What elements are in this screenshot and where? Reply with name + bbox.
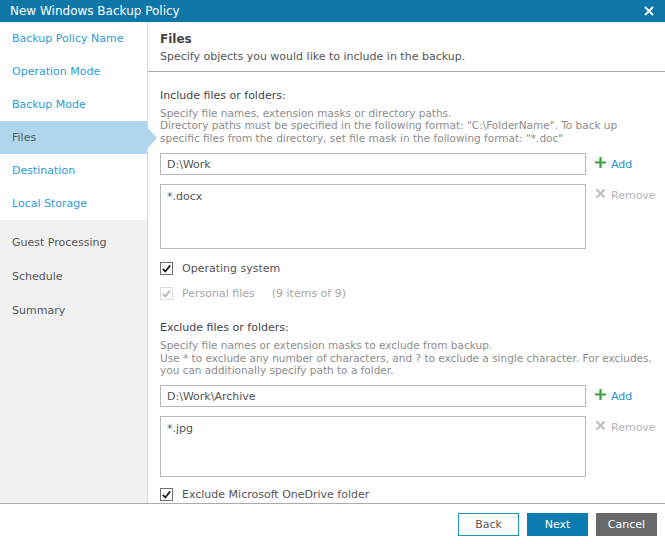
page-subtitle: Specify objects you would like to includ… [160, 50, 659, 63]
exclude-list[interactable]: *.jpg [160, 416, 586, 477]
files-step-content: Files Specify objects you would like to … [148, 22, 665, 503]
plus-icon [595, 389, 606, 403]
include-remove-label: Remove [611, 189, 656, 202]
sidebar-item-backup-mode[interactable]: Backup Mode [0, 88, 147, 121]
sidebar-item-schedule: Schedule [0, 259, 147, 293]
personal-files-label: Personal files [182, 287, 255, 300]
exclude-onedrive-checkbox-row: Exclude Microsoft OneDrive folder [160, 488, 659, 501]
next-button[interactable]: Next [527, 513, 588, 536]
window-title: New Windows Backup Policy [10, 4, 180, 18]
exclude-list-item[interactable]: *.jpg [167, 420, 579, 437]
wizard-footer: Back Next Cancel [0, 503, 665, 544]
cancel-button[interactable]: Cancel [596, 513, 657, 536]
sidebar-item-operation-mode[interactable]: Operation Mode [0, 55, 147, 88]
x-remove-icon [595, 188, 606, 202]
include-input-row: Add [160, 153, 659, 175]
operating-system-checkbox-row: Operating system [160, 262, 659, 275]
include-hint-line1: Specify file names, extension masks or d… [160, 107, 659, 119]
include-section: Include files or folders: Specify file n… [160, 89, 659, 300]
exclude-section: Exclude files or folders: Specify file n… [160, 321, 659, 501]
personal-files-checkbox [160, 287, 173, 300]
include-list-item[interactable]: *.docx [167, 188, 579, 205]
exclude-path-input[interactable] [160, 385, 586, 407]
back-button[interactable]: Back [458, 513, 519, 536]
exclude-onedrive-label: Exclude Microsoft OneDrive folder [182, 488, 369, 501]
exclude-add-label: Add [611, 390, 632, 403]
sidebar-item-summary: Summary [0, 293, 147, 327]
close-icon[interactable] [642, 4, 656, 18]
exclude-list-row: *.jpg Remove [160, 416, 659, 477]
include-list[interactable]: *.docx [160, 184, 586, 249]
exclude-hint-line2: Use * to exclude any number of character… [160, 352, 659, 377]
include-add-label: Add [611, 158, 632, 171]
page-title: Files [160, 32, 659, 46]
sidebar-item-guest-processing: Guest Processing [0, 225, 147, 259]
sidebar-item-backup-policy-name[interactable]: Backup Policy Name [0, 22, 147, 55]
sidebar-item-files[interactable]: Files [0, 121, 147, 154]
sidebar-item-destination[interactable]: Destination [0, 154, 147, 187]
exclude-hint-line1: Specify file names or extension masks to… [160, 339, 659, 351]
x-remove-icon [595, 420, 606, 434]
include-add-button[interactable]: Add [595, 157, 659, 171]
titlebar: New Windows Backup Policy [0, 0, 665, 22]
include-path-input[interactable] [160, 153, 586, 175]
include-hint-line2: Directory paths must be specified in the… [160, 119, 659, 144]
include-hint: Specify file names, extension masks or d… [160, 107, 659, 144]
include-remove-button[interactable]: Remove [595, 188, 659, 202]
sidebar-future-steps: Guest Processing Schedule Summary [0, 220, 147, 503]
include-list-row: *.docx Remove [160, 184, 659, 249]
personal-files-checkbox-row: Personal files (9 items of 9) [160, 287, 659, 300]
exclude-onedrive-checkbox[interactable] [160, 488, 173, 501]
sidebar-item-local-storage[interactable]: Local Storage [0, 187, 147, 220]
operating-system-label: Operating system [182, 262, 280, 275]
wizard-steps-sidebar: Backup Policy Name Operation Mode Backup… [0, 22, 148, 503]
exclude-add-button[interactable]: Add [595, 389, 659, 403]
new-windows-backup-policy-dialog: New Windows Backup Policy Backup Policy … [0, 0, 665, 544]
wizard-body: Backup Policy Name Operation Mode Backup… [0, 22, 665, 503]
exclude-section-label: Exclude files or folders: [160, 321, 659, 334]
personal-files-count: (9 items of 9) [272, 287, 346, 300]
operating-system-checkbox[interactable] [160, 262, 173, 275]
plus-icon [595, 157, 606, 171]
exclude-hint: Specify file names or extension masks to… [160, 339, 659, 376]
exclude-input-row: Add [160, 385, 659, 407]
exclude-remove-button[interactable]: Remove [595, 420, 659, 434]
header-divider [148, 71, 665, 72]
exclude-remove-label: Remove [611, 421, 656, 434]
include-section-label: Include files or folders: [160, 89, 659, 102]
